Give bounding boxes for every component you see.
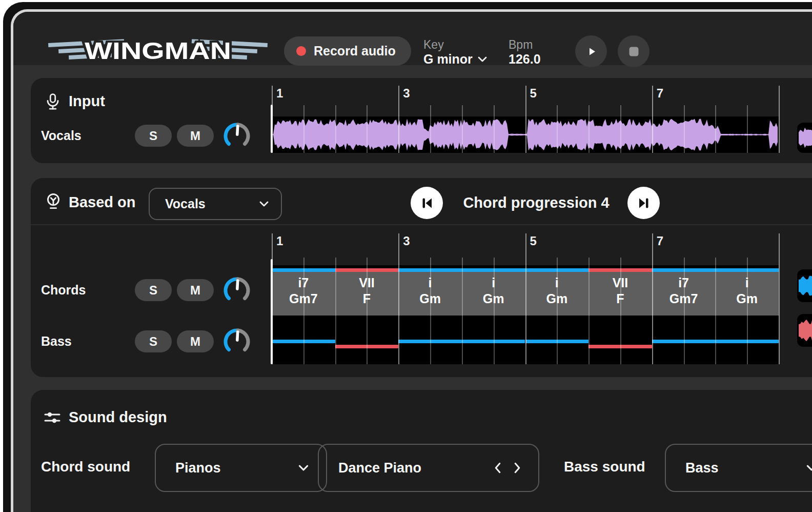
bpm-label: Bpm	[509, 38, 541, 51]
chords-mute-button[interactable]: M	[177, 279, 214, 301]
bass-note-G[interactable]	[652, 340, 716, 343]
app-title: WINGMAN	[85, 38, 231, 64]
stop-button[interactable]	[618, 35, 649, 67]
vocals-volume-knob[interactable]	[222, 122, 251, 150]
bass-note-G[interactable]	[462, 340, 525, 343]
chord-block-F[interactable]: VIIF	[335, 268, 399, 316]
bass-volume-knob[interactable]	[222, 327, 251, 356]
chords-clip-thumbnail[interactable]	[797, 269, 812, 302]
chord-block-lane: i7Gm7VIIFiGmiGmiGmVIIFi7Gm7iGm	[272, 268, 779, 316]
app-logo: WINGMAN	[47, 38, 269, 64]
bass-note-G[interactable]	[525, 340, 589, 343]
bass-note-G[interactable]	[715, 340, 779, 343]
play-button[interactable]	[575, 35, 607, 67]
vocals-thumbnail-waveform	[799, 126, 812, 150]
vocals-waveform	[272, 116, 779, 153]
chords-track-label: Chords	[41, 283, 86, 298]
chord-numeral: i	[745, 275, 749, 291]
header-divider	[31, 224, 812, 225]
next-progression-button[interactable]	[627, 187, 660, 219]
vocals-mute-button[interactable]: M	[177, 125, 214, 147]
chord-numeral: i7	[678, 275, 689, 291]
chevron-down-icon	[478, 56, 487, 62]
chord-numeral: VII	[359, 275, 375, 291]
stop-icon	[627, 45, 641, 58]
chord-name: Gm	[736, 291, 758, 307]
chord-numeral: i	[492, 275, 495, 291]
chord-name: Gm	[546, 291, 567, 307]
sliders-icon	[43, 409, 62, 427]
chord-numeral: i	[429, 275, 432, 291]
next-preset-button[interactable]	[514, 462, 521, 474]
chevron-down-icon	[298, 465, 309, 471]
bass-track-label: Bass	[41, 334, 72, 349]
chevron-right-icon	[514, 462, 521, 474]
chord-sound-label: Chord sound	[41, 444, 130, 490]
chevron-left-icon	[494, 462, 501, 474]
vocals-waveform-clip[interactable]	[272, 116, 779, 153]
play-icon	[584, 45, 598, 58]
chord-block-Gm7[interactable]: i7Gm7	[272, 268, 335, 316]
record-audio-button[interactable]: Record audio	[284, 36, 411, 66]
chord-numeral: i7	[298, 275, 309, 291]
chord-block-F[interactable]: VIIF	[588, 268, 652, 316]
bpm-value: 126.0	[509, 51, 541, 67]
bass-thumbnail-waveform	[799, 318, 812, 343]
chords-volume-knob[interactable]	[222, 276, 251, 305]
vocals-clip-thumbnail[interactable]	[797, 123, 812, 153]
based-on-source-value: Vocals	[165, 196, 206, 211]
chord-numeral: VII	[613, 275, 628, 291]
sound-design-title: Sound design	[69, 409, 167, 426]
chord-name: Gm	[483, 291, 504, 307]
vocals-solo-button[interactable]: S	[135, 125, 172, 147]
chord-preset-selector[interactable]: Dance Piano	[318, 444, 539, 492]
chord-sound-category-value: Pianos	[175, 460, 221, 476]
topbar: WINGMAN Record audio Key G minor Bpm 126…	[13, 12, 812, 65]
based-on-source-dropdown[interactable]: Vocals	[149, 188, 282, 220]
bass-note-G[interactable]	[272, 340, 335, 343]
previous-progression-button[interactable]	[411, 187, 443, 219]
record-button-label: Record audio	[314, 44, 396, 58]
chord-sound-category-dropdown[interactable]: Pianos	[155, 444, 327, 492]
skip-previous-icon	[420, 196, 434, 210]
chords-thumbnail-waveform	[799, 273, 812, 299]
chord-name: Gm7	[669, 291, 698, 307]
record-dot-icon	[296, 46, 306, 56]
previous-preset-button[interactable]	[494, 462, 501, 474]
vocals-track-label: Vocals	[41, 128, 82, 143]
key-label: Key	[423, 38, 487, 51]
key-value: G minor	[423, 51, 473, 67]
microphone-icon	[43, 92, 63, 112]
bass-mute-button[interactable]: M	[177, 330, 214, 352]
chord-name: F	[363, 291, 371, 307]
bass-sound-label: Bass sound	[564, 444, 645, 490]
chord-name: F	[616, 291, 624, 307]
bpm-control[interactable]: Bpm 126.0	[509, 38, 541, 67]
bass-solo-button[interactable]: S	[135, 330, 172, 352]
bass-note-F[interactable]	[588, 345, 652, 348]
chord-name: Gm7	[289, 291, 318, 307]
input-title: Input	[69, 93, 105, 110]
chord-numeral: i	[555, 275, 559, 291]
bass-clip-thumbnail[interactable]	[797, 314, 812, 347]
chord-block-Gm[interactable]: iGm	[462, 268, 525, 316]
lightbulb-icon	[43, 192, 64, 212]
chord-block-Gm7[interactable]: i7Gm7	[652, 268, 716, 316]
bass-sound-category-value: Bass	[685, 460, 719, 476]
bass-sound-category-dropdown[interactable]: Bass	[665, 444, 812, 492]
chord-block-Gm[interactable]: iGm	[715, 268, 779, 316]
progression-title: Chord progression 4	[450, 194, 622, 211]
skip-next-icon	[637, 196, 651, 210]
chevron-down-icon	[806, 465, 812, 471]
bass-note-F[interactable]	[335, 345, 399, 348]
chevron-down-icon	[259, 201, 269, 207]
chord-name: Gm	[419, 291, 441, 307]
bass-note-G[interactable]	[398, 340, 462, 343]
chord-preset-value: Dance Piano	[338, 460, 421, 476]
based-on-title: Based on	[69, 194, 136, 211]
chord-block-Gm[interactable]: iGm	[398, 268, 462, 316]
key-selector[interactable]: Key G minor	[423, 38, 487, 67]
chords-solo-button[interactable]: S	[135, 279, 172, 301]
chord-block-Gm[interactable]: iGm	[525, 268, 589, 316]
